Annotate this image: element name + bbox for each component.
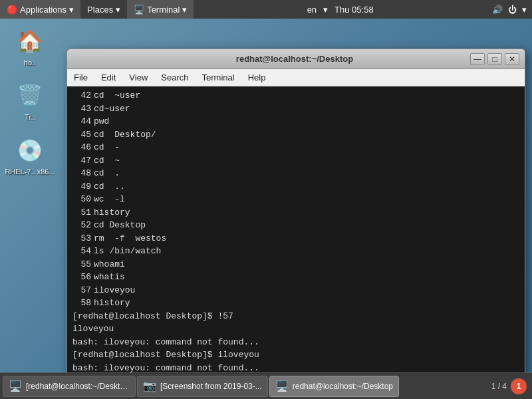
rhel-icon-item[interactable]: 💿 RHEL-7.. x86... [3,134,57,176]
screenshot-icon: 📷 [143,380,156,392]
history-line-55: 55whoami [72,258,519,271]
terminal-title: redhat@localhost:~/Desktop [119,54,470,64]
terminal1-label: [redhat@localhost:~/Desktop] [26,382,130,391]
volume-icon[interactable]: 🔊 [492,5,503,15]
taskbar-item-terminal1[interactable]: 🖥️ [redhat@localhost:~/Desktop] [3,376,136,397]
notification-button[interactable]: 1 [511,378,527,394]
applications-label: Applications [20,5,66,15]
history-line-51: 51history [72,206,519,219]
terminal-menubar: File Edit View Search Terminal Help [67,69,525,86]
history-line-46: 46cd - [72,141,519,154]
desktop-icons: 🏠 ho.. 🗑️ Tr.. 💿 RHEL-7.. x86... [0,19,60,182]
terminal-window: redhat@localhost:~/Desktop — □ ✕ File Ed… [66,49,525,372]
close-button[interactable]: ✕ [505,53,519,65]
terminal2-icon: 🖥️ [275,380,289,392]
top-taskbar: 🔴 Applications ▾ Places ▾ 🖥️ Terminal ▾ … [0,0,532,19]
places-label: Places [87,5,113,15]
edit-menu[interactable]: Edit [94,69,122,86]
terminal-body[interactable]: 42cd ~user 43cd~user 44pwd 45cd Desktop/… [67,86,525,372]
terminal-menu-label: Terminal [147,5,180,15]
terminal1-icon: 🖥️ [9,380,22,392]
history-line-52: 52cd Desktop [72,219,519,232]
terminal-titlebar: redhat@localhost:~/Desktop — □ ✕ [67,49,525,69]
file-menu[interactable]: File [67,69,94,86]
redhat-icon: 🔴 [7,5,17,15]
minimize-icon: — [473,55,481,64]
bottom-taskbar-right: 1 / 4 1 [486,378,532,394]
notification-count: 1 [517,382,521,391]
maximize-button[interactable]: □ [487,53,502,65]
desktop: 🏠 ho.. 🗑️ Tr.. 💿 RHEL-7.. x86... redhat@… [0,19,532,372]
trash-icon: 🗑️ [14,80,46,112]
language-chevron-icon: ▾ [323,5,328,15]
output-line-5: bash: iloveyou: command not found... [72,362,519,373]
applications-menu[interactable]: 🔴 Applications ▾ [0,0,80,19]
history-line-57: 57iloveyou [72,284,519,297]
places-chevron-icon: ▾ [116,5,120,15]
terminal-menu-chevron-icon: ▾ [182,5,187,15]
terminal-menu-icon: 🖥️ [134,5,144,15]
terminal-menu[interactable]: 🖥️ Terminal ▾ [127,0,194,19]
help-menu[interactable]: Help [241,69,273,86]
history-line-45: 45cd Desktop/ [72,128,519,142]
history-line-54: 54ls /bin/watch [72,245,519,258]
power-chevron-icon: ▾ [522,5,527,15]
minimize-button[interactable]: — [470,53,485,65]
close-icon: ✕ [509,55,515,64]
history-line-44: 44pwd [72,115,519,128]
taskbar-left: 🔴 Applications ▾ Places ▾ 🖥️ Terminal ▾ [0,0,194,19]
home-icon-item[interactable]: 🏠 ho.. [3,25,57,66]
history-line-50: 50wc -l [72,193,519,206]
history-line-49: 49cd .. [72,180,519,194]
view-menu[interactable]: View [122,69,154,86]
history-line-56: 56whatis [72,271,519,284]
bottom-taskbar-left: 🖥️ [redhat@localhost:~/Desktop] 📷 [Scree… [0,373,486,399]
places-menu[interactable]: Places ▾ [80,0,127,19]
output-line-4: [redhat@localhost Desktop]$ iloveyou [72,348,519,362]
output-line-1: [redhat@localhost Desktop]$ !57 [72,310,519,323]
taskbar-item-screenshot[interactable]: 📷 [Screenshot from 2019-03-... [137,376,268,397]
language-indicator: en [307,5,317,15]
home-folder-label: ho.. [24,59,36,66]
applications-chevron-icon: ▾ [69,5,74,15]
history-line-42: 42cd ~user [72,89,519,102]
bottom-taskbar: 🖥️ [redhat@localhost:~/Desktop] 📷 [Scree… [0,372,532,399]
rhel-label: RHEL-7.. x86... [5,168,55,176]
terminal2-label: redhat@localhost:~/Desktop [293,382,393,391]
output-line-3: bash: iloveyou: command not found... [72,336,519,349]
terminal-menu-item[interactable]: Terminal [196,69,241,86]
output-line-2: iloveyou [72,323,519,336]
taskbar-item-terminal2[interactable]: 🖥️ redhat@localhost:~/Desktop [269,376,399,397]
history-line-48: 48cd . [72,167,519,180]
terminal-controls: — □ ✕ [470,53,519,65]
history-line-47: 47cd ~ [72,154,519,168]
home-folder-icon: 🏠 [14,25,46,57]
history-line-43: 43cd~user [72,102,519,116]
trash-icon-item[interactable]: 🗑️ Tr.. [3,80,57,121]
screenshot-label: [Screenshot from 2019-03-... [160,382,262,391]
maximize-icon: □ [492,55,497,64]
clock: Thu 05:58 [334,5,374,15]
rhel-disk-icon: 💿 [14,134,46,166]
power-icon[interactable]: ⏻ [508,5,517,15]
history-line-58: 58history [72,297,519,310]
history-line-53: 53rm -f westos [72,232,519,245]
taskbar-center: en ▾ Thu 05:58 [307,5,374,15]
trash-label: Tr.. [25,113,35,121]
taskbar-right: 🔊 ⏻ ▾ [487,5,532,15]
page-indicator: 1 / 4 [491,382,507,391]
search-menu[interactable]: Search [154,69,195,86]
